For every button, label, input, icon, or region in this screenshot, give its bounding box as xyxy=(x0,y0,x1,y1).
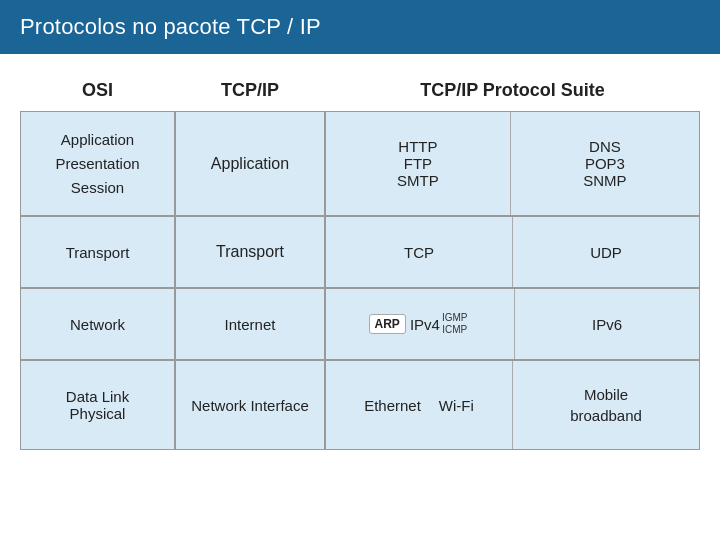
arp-badge: ARP xyxy=(369,314,406,334)
tcp-cell: TCP xyxy=(326,217,513,287)
igmp-icmp-labels: IGMP ICMP xyxy=(442,312,468,336)
http-ftp-smtp-cell: HTTP FTP SMTP xyxy=(326,112,510,215)
ethernet-label: Ethernet xyxy=(364,397,421,414)
osi-application-cell: Application Presentation Session xyxy=(20,111,175,216)
transport-row: Transport Transport TCP UDP xyxy=(20,216,700,288)
osi-network-cell: Network xyxy=(20,288,175,360)
tcpip-application-cell: Application xyxy=(175,111,325,216)
dns-pop3-snmp-cell: DNS POP3 SNMP xyxy=(510,112,699,215)
osi-transport-cell: Transport xyxy=(20,216,175,288)
wifi-label: Wi-Fi xyxy=(439,397,474,414)
tcpip-internet-cell: Internet xyxy=(175,288,325,360)
suite-datalink-cell: Ethernet Wi-Fi Mobile broadband xyxy=(325,360,700,450)
osi-datalink-cell: Data Link Physical xyxy=(20,360,175,450)
protocol-table: OSI TCP/IP TCP/IP Protocol Suite Applica… xyxy=(20,72,700,450)
network-row: Network Internet ARP IPv4 IGMP ICMP xyxy=(20,288,700,360)
suite-column-header: TCP/IP Protocol Suite xyxy=(325,72,700,111)
ipv6-cell: IPv6 xyxy=(514,289,699,359)
suite-transport-cell: TCP UDP xyxy=(325,216,700,288)
suite-application-cell: HTTP FTP SMTP DNS POP3 SNMP xyxy=(325,111,700,216)
page-title: Protocolos no pacote TCP / IP xyxy=(0,0,720,54)
udp-cell: UDP xyxy=(513,244,699,261)
suite-internet-cell: ARP IPv4 IGMP ICMP IPv6 xyxy=(325,288,700,360)
ethernet-wifi-area: Ethernet Wi-Fi xyxy=(326,361,513,449)
application-row: Application Presentation Session Applica… xyxy=(20,111,700,216)
tcpip-transport-cell: Transport xyxy=(175,216,325,288)
tcpip-column-header: TCP/IP xyxy=(175,72,325,111)
mobile-broadband-area: Mobile broadband xyxy=(513,361,699,449)
main-content: OSI TCP/IP TCP/IP Protocol Suite Applica… xyxy=(0,54,720,460)
datalink-row: Data Link Physical Network Interface Eth… xyxy=(20,360,700,450)
osi-column-header: OSI xyxy=(20,72,175,111)
ipv4-label: IPv4 xyxy=(410,316,440,333)
tcpip-network-interface-cell: Network Interface xyxy=(175,360,325,450)
